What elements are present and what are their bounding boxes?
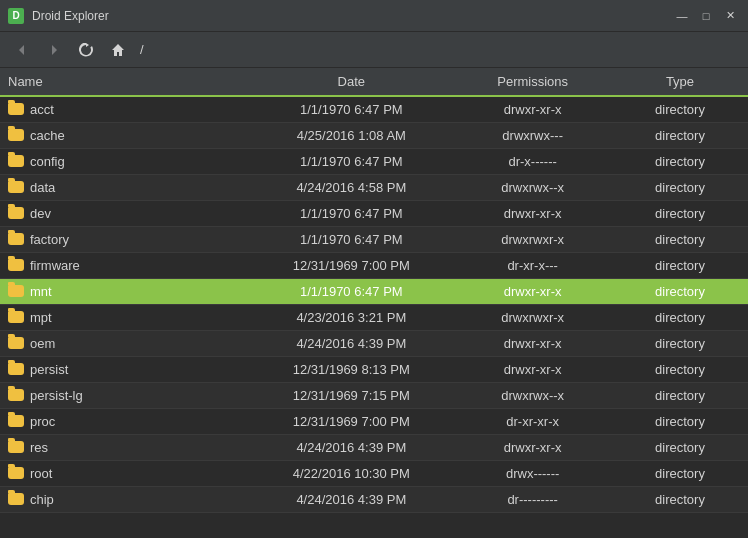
cell-name: proc (0, 409, 249, 435)
folder-icon (8, 415, 24, 427)
cell-name: persist-lg (0, 383, 249, 409)
cell-name: persist (0, 357, 249, 383)
cell-date: 4/25/2016 1:08 AM (249, 123, 453, 149)
folder-name: oem (30, 336, 55, 351)
header-permissions: Permissions (453, 68, 612, 96)
cell-permissions: drwxr-xr-x (453, 96, 612, 123)
app-title: Droid Explorer (32, 9, 109, 23)
table-header: Name Date Permissions Type (0, 68, 748, 96)
cell-name: res (0, 435, 249, 461)
header-type: Type (612, 68, 748, 96)
folder-name: mnt (30, 284, 52, 299)
cell-permissions: drwxrwxr-x (453, 305, 612, 331)
cell-date: 12/31/1969 8:13 PM (249, 357, 453, 383)
cell-date: 4/22/2016 10:30 PM (249, 461, 453, 487)
cell-permissions: drwxrwx--x (453, 175, 612, 201)
folder-icon (8, 155, 24, 167)
folder-name: factory (30, 232, 69, 247)
cell-type: directory (612, 435, 748, 461)
cell-type: directory (612, 305, 748, 331)
cell-permissions: drwxr-xr-x (453, 435, 612, 461)
file-table-container[interactable]: Name Date Permissions Type acct1/1/1970 … (0, 68, 748, 538)
table-row[interactable]: root4/22/2016 10:30 PMdrwx------director… (0, 461, 748, 487)
file-table: Name Date Permissions Type acct1/1/1970 … (0, 68, 748, 513)
folder-name: persist (30, 362, 68, 377)
cell-type: directory (612, 96, 748, 123)
cell-name: data (0, 175, 249, 201)
cell-type: directory (612, 201, 748, 227)
close-button[interactable]: ✕ (720, 6, 740, 26)
minimize-button[interactable]: — (672, 6, 692, 26)
folder-icon (8, 259, 24, 271)
cell-type: directory (612, 409, 748, 435)
table-row[interactable]: config1/1/1970 6:47 PMdr-x------director… (0, 149, 748, 175)
cell-type: directory (612, 279, 748, 305)
table-row[interactable]: acct1/1/1970 6:47 PMdrwxr-xr-xdirectory (0, 96, 748, 123)
home-button[interactable] (104, 36, 132, 64)
app-icon: D (8, 8, 24, 24)
cell-type: directory (612, 383, 748, 409)
cell-permissions: dr-xr-x--- (453, 253, 612, 279)
folder-icon (8, 493, 24, 505)
cell-name: mnt (0, 279, 249, 305)
cell-date: 12/31/1969 7:00 PM (249, 409, 453, 435)
cell-date: 1/1/1970 6:47 PM (249, 201, 453, 227)
cell-type: directory (612, 227, 748, 253)
folder-icon (8, 181, 24, 193)
folder-name: proc (30, 414, 55, 429)
table-body: acct1/1/1970 6:47 PMdrwxr-xr-xdirectoryc… (0, 96, 748, 513)
cell-name: config (0, 149, 249, 175)
folder-name: config (30, 154, 65, 169)
folder-icon (8, 337, 24, 349)
cell-permissions: drwxrwx--x (453, 383, 612, 409)
table-row[interactable]: res4/24/2016 4:39 PMdrwxr-xr-xdirectory (0, 435, 748, 461)
cell-date: 1/1/1970 6:47 PM (249, 149, 453, 175)
folder-icon (8, 363, 24, 375)
cell-permissions: drwxr-xr-x (453, 357, 612, 383)
table-row[interactable]: proc12/31/1969 7:00 PMdr-xr-xr-xdirector… (0, 409, 748, 435)
cell-date: 4/24/2016 4:39 PM (249, 435, 453, 461)
table-row[interactable]: firmware12/31/1969 7:00 PMdr-xr-x---dire… (0, 253, 748, 279)
cell-name: root (0, 461, 249, 487)
cell-date: 1/1/1970 6:47 PM (249, 96, 453, 123)
folder-name: cache (30, 128, 65, 143)
table-row[interactable]: dev1/1/1970 6:47 PMdrwxr-xr-xdirectory (0, 201, 748, 227)
folder-icon (8, 285, 24, 297)
cell-date: 4/24/2016 4:39 PM (249, 331, 453, 357)
table-row[interactable]: data4/24/2016 4:58 PMdrwxrwx--xdirectory (0, 175, 748, 201)
table-row[interactable]: mpt4/23/2016 3:21 PMdrwxrwxr-xdirectory (0, 305, 748, 331)
title-bar: D Droid Explorer — □ ✕ (0, 0, 748, 32)
folder-icon (8, 103, 24, 115)
folder-name: firmware (30, 258, 80, 273)
back-button[interactable] (8, 36, 36, 64)
table-row[interactable]: factory1/1/1970 6:47 PMdrwxrwxr-xdirecto… (0, 227, 748, 253)
cell-type: directory (612, 357, 748, 383)
cell-name: factory (0, 227, 249, 253)
cell-date: 12/31/1969 7:00 PM (249, 253, 453, 279)
cell-date: 4/24/2016 4:39 PM (249, 487, 453, 513)
folder-icon (8, 311, 24, 323)
toolbar: / (0, 32, 748, 68)
table-row[interactable]: persist-lg12/31/1969 7:15 PMdrwxrwx--xdi… (0, 383, 748, 409)
cell-name: chip (0, 487, 249, 513)
folder-name: root (30, 466, 52, 481)
cell-name: acct (0, 96, 249, 123)
table-row[interactable]: mnt1/1/1970 6:47 PMdrwxr-xr-xdirectory (0, 279, 748, 305)
table-row[interactable]: cache4/25/2016 1:08 AMdrwxrwx---director… (0, 123, 748, 149)
table-row[interactable]: chip4/24/2016 4:39 PMdr---------director… (0, 487, 748, 513)
cell-type: directory (612, 175, 748, 201)
cell-permissions: dr-x------ (453, 149, 612, 175)
folder-icon (8, 207, 24, 219)
cell-permissions: drwxrwx--- (453, 123, 612, 149)
path-display: / (140, 42, 144, 57)
refresh-button[interactable] (72, 36, 100, 64)
cell-date: 4/24/2016 4:58 PM (249, 175, 453, 201)
forward-button[interactable] (40, 36, 68, 64)
cell-permissions: dr-xr-xr-x (453, 409, 612, 435)
table-row[interactable]: persist12/31/1969 8:13 PMdrwxr-xr-xdirec… (0, 357, 748, 383)
table-row[interactable]: oem4/24/2016 4:39 PMdrwxr-xr-xdirectory (0, 331, 748, 357)
cell-name: firmware (0, 253, 249, 279)
cell-date: 12/31/1969 7:15 PM (249, 383, 453, 409)
maximize-button[interactable]: □ (696, 6, 716, 26)
cell-permissions: drwxr-xr-x (453, 201, 612, 227)
